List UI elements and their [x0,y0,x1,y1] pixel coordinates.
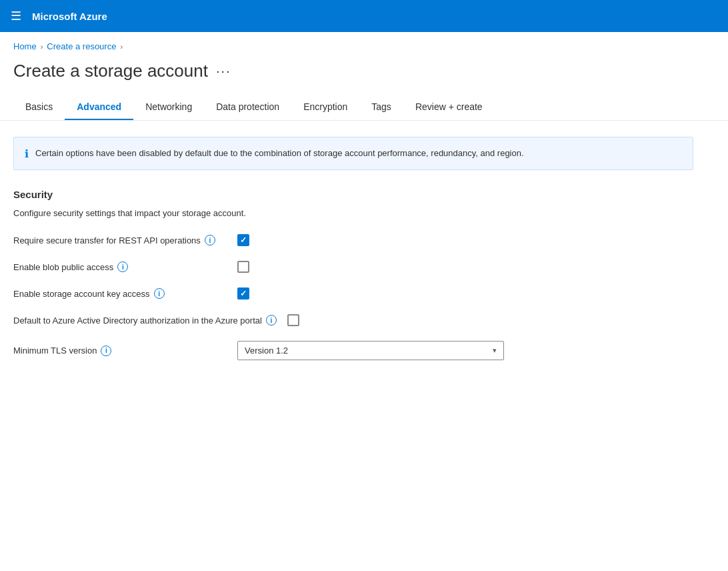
main-content: ℹ Certain options have been disabled by … [0,121,707,391]
tab-basics[interactable]: Basics [13,95,65,120]
checkbox-storage-key-access[interactable] [237,288,249,300]
info-icon-azure-ad-default[interactable]: i [266,315,277,326]
tab-networking[interactable]: Networking [133,95,204,120]
info-icon-tls-version[interactable]: i [101,346,111,356]
checkbox-secure-transfer[interactable] [237,234,249,246]
dropdown-value-tls-version: Version 1.2 [245,346,288,356]
form-row-blob-public-access: Enable blob public accessi [13,261,693,273]
info-icon-secure-transfer[interactable]: i [205,235,215,245]
tab-encryption[interactable]: Encryption [291,95,359,120]
form-row-tls-version: Minimum TLS versioniVersion 1.2▾ [13,341,693,360]
security-section: Security Configure security settings tha… [13,189,693,360]
breadcrumb-sep-1: › [41,43,43,51]
dropdown-tls-version[interactable]: Version 1.2▾ [237,341,504,360]
checkbox-wrap-azure-ad-default [287,314,299,326]
info-banner-text: Certain options have been disabled by de… [35,147,524,160]
tab-advanced[interactable]: Advanced [65,95,133,120]
page-title-row: Create a storage account ··· [0,55,728,95]
checkbox-wrap-blob-public-access [237,261,249,273]
top-navigation: ☰ Microsoft Azure [0,0,728,32]
label-text-azure-ad-default: Default to Azure Active Directory author… [13,316,262,326]
tab-tags[interactable]: Tags [359,95,403,120]
info-banner-icon: ℹ [25,147,29,160]
page-title: Create a storage account [13,61,208,81]
info-banner: ℹ Certain options have been disabled by … [13,137,693,170]
tab-reviewcreate[interactable]: Review + create [403,95,495,120]
info-icon-storage-key-access[interactable]: i [154,288,165,299]
security-section-title: Security [13,189,693,200]
label-text-storage-key-access: Enable storage account key access [13,289,150,299]
more-options-icon[interactable]: ··· [216,63,231,79]
label-blob-public-access: Enable blob public accessi [13,261,227,272]
security-fields: Require secure transfer for REST API ope… [13,234,693,360]
label-text-secure-transfer: Require secure transfer for REST API ope… [13,235,201,245]
breadcrumb-home[interactable]: Home [13,41,37,51]
breadcrumb-sep-2: › [120,43,123,51]
label-text-blob-public-access: Enable blob public access [13,262,113,272]
checkbox-blob-public-access[interactable] [237,261,249,273]
breadcrumb-create-resource[interactable]: Create a resource [47,41,116,51]
label-tls-version: Minimum TLS versioni [13,346,227,356]
checkbox-azure-ad-default[interactable] [287,314,299,326]
info-icon-blob-public-access[interactable]: i [117,261,128,272]
checkbox-wrap-storage-key-access [237,288,249,300]
label-secure-transfer: Require secure transfer for REST API ope… [13,235,227,245]
form-row-azure-ad-default: Default to Azure Active Directory author… [13,314,693,326]
breadcrumb: Home › Create a resource › [0,32,728,55]
hamburger-icon[interactable]: ☰ [11,9,21,23]
label-storage-key-access: Enable storage account key accessi [13,288,227,299]
form-row-storage-key-access: Enable storage account key accessi [13,288,693,300]
chevron-down-icon-tls-version: ▾ [493,346,497,355]
form-row-secure-transfer: Require secure transfer for REST API ope… [13,234,693,246]
label-text-tls-version: Minimum TLS version [13,346,97,356]
tabs-container: BasicsAdvancedNetworkingData protectionE… [0,95,728,121]
app-title: Microsoft Azure [32,11,107,22]
label-azure-ad-default: Default to Azure Active Directory author… [13,315,277,326]
checkbox-wrap-secure-transfer [237,234,249,246]
security-section-desc: Configure security settings that impact … [13,208,693,218]
tab-dataprotection[interactable]: Data protection [204,95,291,120]
